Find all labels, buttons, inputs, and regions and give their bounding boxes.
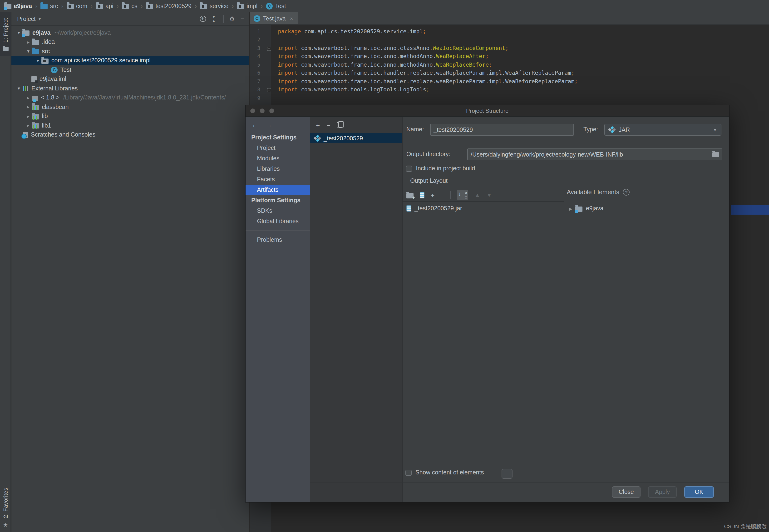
close-window-icon[interactable] bbox=[250, 108, 255, 113]
chevron-right-icon[interactable] bbox=[25, 114, 32, 119]
project-panel-header: Project ▾ bbox=[11, 12, 249, 26]
nav-item-modules[interactable]: Modules bbox=[246, 153, 310, 164]
breadcrumb-item-service[interactable]: service bbox=[200, 3, 228, 9]
fold-marker-icon[interactable] bbox=[267, 88, 271, 93]
chevron-right-icon[interactable] bbox=[25, 95, 32, 100]
help-icon[interactable]: ? bbox=[623, 189, 630, 195]
artifact-list-item[interactable]: _test20200529 bbox=[310, 133, 402, 143]
chevron-down-icon[interactable]: ▾ bbox=[39, 16, 41, 21]
watermark: CSDN @是鹏鹏哦 bbox=[724, 522, 767, 530]
nav-header-platform-settings: Platform Settings bbox=[246, 195, 310, 206]
artifact-icon bbox=[314, 135, 321, 142]
gear-icon[interactable] bbox=[229, 15, 235, 22]
ok-button[interactable]: OK bbox=[684, 486, 714, 498]
breadcrumb-item-cs[interactable]: cs bbox=[122, 3, 137, 9]
tree-row-lib1[interactable]: lib1 bbox=[11, 121, 249, 130]
sort-alphabetically-icon[interactable]: az bbox=[457, 190, 468, 200]
remove-artifact-icon[interactable] bbox=[326, 121, 330, 129]
move-down-icon[interactable] bbox=[486, 192, 492, 198]
close-button[interactable]: Close bbox=[612, 486, 641, 498]
forward-icon[interactable] bbox=[266, 121, 272, 128]
chevron-down-icon[interactable] bbox=[25, 49, 32, 54]
project-tree: e9java ~/work/project/e9java .idea src c… bbox=[11, 26, 249, 139]
type-select[interactable]: JAR bbox=[604, 124, 721, 136]
apply-button[interactable]: Apply bbox=[648, 486, 677, 498]
show-content-checkbox[interactable] bbox=[405, 469, 412, 476]
chevron-down-icon[interactable] bbox=[15, 86, 22, 91]
editor-tab-strip: Test.java bbox=[250, 12, 769, 25]
tree-row-src[interactable]: src bbox=[11, 47, 249, 56]
tool-window-tab-favorites[interactable]: 2: Favorites bbox=[0, 485, 11, 531]
locate-icon[interactable] bbox=[200, 16, 206, 22]
nav-item-libraries[interactable]: Libraries bbox=[246, 164, 310, 174]
copy-artifact-icon[interactable] bbox=[337, 122, 342, 128]
move-up-icon[interactable] bbox=[474, 192, 480, 198]
nav-item-facets[interactable]: Facets bbox=[246, 174, 310, 185]
tab-test-java[interactable]: Test.java bbox=[250, 12, 298, 24]
remove-element-icon[interactable] bbox=[441, 192, 444, 198]
chevron-right-icon[interactable] bbox=[569, 205, 572, 212]
name-field[interactable]: _test20200529 bbox=[430, 124, 574, 136]
back-icon[interactable] bbox=[252, 121, 258, 128]
nav-item-global-libraries[interactable]: Global Libraries bbox=[246, 216, 310, 227]
output-layout-jar-row[interactable]: _test20200529.jar bbox=[406, 204, 462, 213]
hide-panel-icon[interactable] bbox=[241, 15, 244, 22]
tree-row-test-class[interactable]: Test bbox=[11, 65, 249, 74]
project-structure-dialog: Project Structure Project Settings Proje… bbox=[245, 105, 730, 502]
available-element-row[interactable]: e9java bbox=[569, 204, 603, 213]
tree-row-idea[interactable]: .idea bbox=[11, 37, 249, 47]
breadcrumb-item-module[interactable]: e9java bbox=[4, 3, 32, 9]
more-options-button[interactable]: ... bbox=[502, 469, 513, 479]
create-archive-icon[interactable] bbox=[420, 192, 424, 198]
nav-item-sdks[interactable]: SDKs bbox=[246, 206, 310, 216]
tree-row-package-selected[interactable]: com.api.cs.test20200529.service.impl bbox=[11, 56, 249, 65]
tree-row-e9java[interactable]: e9java ~/work/project/e9java bbox=[11, 28, 249, 37]
tree-row-iml[interactable]: e9java.iml bbox=[11, 74, 249, 84]
nav-header-project-settings: Project Settings bbox=[246, 132, 310, 143]
jar-file-icon bbox=[406, 205, 411, 212]
dialog-title-bar[interactable]: Project Structure bbox=[246, 105, 729, 117]
chevron-right-icon[interactable] bbox=[25, 39, 32, 45]
collapse-all-icon[interactable] bbox=[212, 16, 217, 22]
code-line: 2 bbox=[250, 35, 769, 44]
project-path-hint: ~/work/project/e9java bbox=[54, 30, 111, 36]
source-folder-icon bbox=[40, 4, 48, 9]
add-element-icon[interactable] bbox=[431, 191, 434, 199]
breadcrumb-item-src[interactable]: src bbox=[40, 3, 58, 9]
add-artifact-icon[interactable] bbox=[316, 121, 320, 129]
breadcrumb-item-test20200529[interactable]: test20200529 bbox=[146, 3, 192, 9]
nav-item-problems[interactable]: Problems bbox=[246, 235, 310, 245]
output-directory-field[interactable]: /Users/daiyingfeng/work/project/ecology-… bbox=[467, 148, 722, 160]
include-in-build-checkbox[interactable] bbox=[406, 165, 412, 172]
project-panel-title[interactable]: Project bbox=[17, 15, 36, 22]
breadcrumb-item-impl[interactable]: impl bbox=[237, 3, 257, 9]
add-directory-icon[interactable] bbox=[406, 193, 414, 198]
project-tool-window: Project ▾ e9java ~/work/project/e9java .… bbox=[11, 12, 249, 532]
show-content-label: Show content of elements bbox=[415, 469, 484, 476]
artifact-icon bbox=[609, 126, 615, 133]
chevron-down-icon[interactable] bbox=[34, 58, 41, 63]
breadcrumb-item-api[interactable]: api bbox=[96, 3, 113, 9]
browse-folder-icon[interactable] bbox=[712, 152, 719, 157]
chevron-down-icon[interactable] bbox=[15, 30, 22, 35]
tree-row-lib[interactable]: lib bbox=[11, 112, 249, 121]
fold-marker-icon[interactable] bbox=[267, 47, 271, 51]
tree-row-classbean[interactable]: classbean bbox=[11, 102, 249, 112]
tree-row-external-libraries[interactable]: External Libraries bbox=[11, 84, 249, 93]
tree-row-jdk[interactable]: < 1.8 > /Library/Java/JavaVirtualMachine… bbox=[11, 93, 249, 102]
breadcrumb-item-com[interactable]: com bbox=[67, 3, 87, 9]
tree-row-scratches[interactable]: Scratches and Consoles bbox=[11, 130, 249, 139]
maximize-window-icon[interactable] bbox=[269, 108, 274, 113]
minimize-window-icon[interactable] bbox=[260, 108, 265, 113]
tool-window-tab-project[interactable]: 1: Project bbox=[0, 12, 11, 55]
breadcrumb-item-test-class[interactable]: Test bbox=[266, 3, 286, 9]
name-label: Name: bbox=[406, 124, 424, 136]
nav-item-artifacts[interactable]: Artifacts bbox=[246, 185, 310, 195]
nav-item-project[interactable]: Project bbox=[246, 143, 310, 153]
module-file-icon bbox=[31, 76, 37, 83]
close-icon[interactable] bbox=[290, 15, 293, 21]
class-icon bbox=[254, 15, 260, 22]
chevron-right-icon[interactable] bbox=[25, 123, 32, 128]
chevron-right-icon[interactable] bbox=[25, 104, 32, 110]
code-line: 5import com.weaverboot.frame.ioc.anno.me… bbox=[250, 60, 769, 69]
